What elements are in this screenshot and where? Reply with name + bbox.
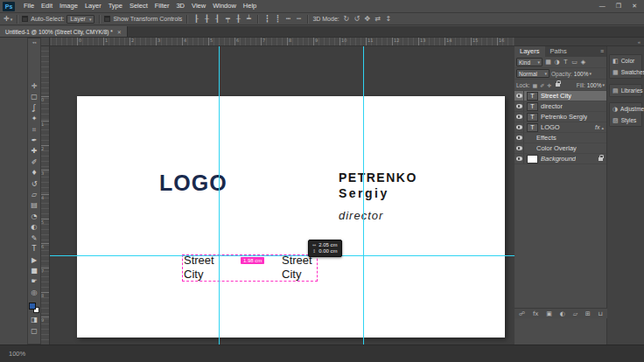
layer-row-street-city[interactable]: TStreet City bbox=[514, 91, 606, 101]
document-canvas[interactable]: LOGO PETRENKO Sergiy director Street Cit… bbox=[77, 96, 505, 338]
toolbar-collapse-icon[interactable]: ◂◂ bbox=[32, 38, 37, 45]
pen-tool[interactable]: ✎ bbox=[32, 233, 38, 244]
dodge-tool[interactable]: ◐ bbox=[32, 222, 38, 233]
current-tool-icon[interactable]: ✛▾ bbox=[4, 15, 12, 23]
name-text-upper[interactable]: PETRENKO bbox=[339, 171, 417, 184]
spot-healing-brush-tool[interactable]: ✚ bbox=[32, 146, 38, 157]
menu-file[interactable]: File bbox=[20, 0, 38, 12]
3d-roll-icon[interactable]: ↺ bbox=[353, 15, 361, 23]
layer-group-icon[interactable]: ▱ bbox=[573, 310, 578, 317]
panel-swatches[interactable]: ▦Swatches bbox=[610, 66, 641, 78]
blur-tool[interactable]: ◔ bbox=[32, 212, 38, 222]
lock-transparent-pixels-icon[interactable]: ▦ bbox=[533, 82, 538, 88]
layer-mask-icon[interactable]: ▣ bbox=[546, 310, 552, 317]
canvas-viewport[interactable]: LOGO PETRENKO Sergiy director Street Cit… bbox=[50, 46, 514, 345]
adjustment-layer-icon[interactable]: ◐ bbox=[560, 310, 565, 317]
lock-image-pixels-icon[interactable]: ✐ bbox=[540, 82, 544, 88]
tab-paths[interactable]: Paths bbox=[545, 46, 572, 57]
close-button[interactable]: ✕ bbox=[632, 3, 637, 10]
3d-rotate-icon[interactable]: ↻ bbox=[342, 15, 351, 23]
distribute-vertical-centers-icon[interactable]: ┋ bbox=[273, 15, 282, 23]
menu-image[interactable]: Image bbox=[56, 0, 81, 12]
brush-tool[interactable]: ✐ bbox=[32, 157, 38, 168]
rectangular-marquee-tool[interactable]: ▢ bbox=[31, 92, 38, 102]
guide-vertical-1[interactable] bbox=[219, 46, 220, 345]
collapse-panels-icon[interactable]: « bbox=[638, 39, 640, 45]
auto-select-checkbox[interactable] bbox=[22, 16, 28, 22]
menu-type[interactable]: Type bbox=[105, 0, 126, 12]
menu-view[interactable]: View bbox=[188, 0, 209, 12]
visibility-toggle[interactable] bbox=[514, 133, 524, 143]
history-brush-tool[interactable]: ↺ bbox=[32, 179, 38, 190]
visibility-toggle[interactable] bbox=[514, 143, 524, 153]
rectangle-tool[interactable]: ■ bbox=[31, 266, 38, 276]
fill-field[interactable]: 100%▾ bbox=[587, 82, 605, 88]
visibility-toggle[interactable] bbox=[514, 112, 524, 122]
layer-row-director[interactable]: Tdirector bbox=[514, 101, 606, 112]
quick-selection-tool[interactable]: ✦ bbox=[32, 114, 38, 124]
distribute-bottom-edges-icon[interactable]: ┅ bbox=[284, 15, 292, 23]
align-vertical-centers-icon[interactable]: ╂ bbox=[234, 15, 242, 23]
guide-vertical-2[interactable] bbox=[363, 46, 364, 345]
panel-styles[interactable]: ▨Styles bbox=[610, 115, 641, 126]
ruler-origin-corner[interactable] bbox=[41, 38, 50, 46]
blend-mode-dropdown[interactable]: Normal▾ bbox=[516, 69, 550, 78]
menu-select[interactable]: Select bbox=[126, 0, 151, 12]
layer-row-petrenko-sergiy[interactable]: TPetrenko Sergiy bbox=[514, 112, 606, 122]
zoom-level[interactable]: 100% bbox=[9, 350, 25, 358]
menu-filter[interactable]: Filter bbox=[151, 0, 173, 12]
3d-scale-icon[interactable]: ↕ bbox=[384, 15, 393, 23]
eyedropper-tool[interactable]: ✒ bbox=[32, 136, 38, 146]
lock-all-icon[interactable] bbox=[556, 83, 560, 87]
menu-window[interactable]: Window bbox=[209, 0, 240, 12]
restore-button[interactable]: ❐ bbox=[616, 3, 621, 10]
menu-edit[interactable]: Edit bbox=[38, 0, 56, 12]
zoom-tool[interactable]: ◎ bbox=[32, 288, 38, 298]
align-top-edges-icon[interactable]: ┯ bbox=[223, 15, 232, 23]
panel-adjustments[interactable]: ◑Adjustments bbox=[610, 103, 641, 115]
lasso-tool[interactable]: ʆ bbox=[33, 103, 36, 114]
hand-tool[interactable]: ☛ bbox=[31, 276, 37, 287]
distribute-top-edges-icon[interactable]: ┇ bbox=[262, 15, 271, 23]
opacity-field[interactable]: 100%▾ bbox=[574, 71, 592, 77]
filter-type-layers-icon[interactable]: T bbox=[562, 59, 570, 66]
align-right-edges-icon[interactable]: ┨ bbox=[213, 15, 221, 23]
type-tool[interactable]: T bbox=[32, 244, 37, 254]
menu-help[interactable]: Help bbox=[240, 0, 260, 12]
layer-row-effects[interactable]: Effects bbox=[514, 133, 606, 143]
lock-position-icon[interactable]: ✛ bbox=[547, 82, 551, 88]
filter-pixel-layers-icon[interactable]: ▦ bbox=[544, 59, 552, 66]
filter-adjustment-layers-icon[interactable]: ◑ bbox=[553, 59, 561, 66]
3d-drag-icon[interactable]: ✥ bbox=[363, 15, 372, 23]
clone-stamp-tool[interactable]: ♦ bbox=[31, 168, 37, 178]
3d-slide-icon[interactable]: ⇄ bbox=[374, 15, 382, 23]
visibility-toggle[interactable] bbox=[514, 91, 524, 101]
foreground-color-swatch[interactable] bbox=[29, 303, 36, 310]
layer-row-logo[interactable]: TLOGOfx▴ bbox=[514, 122, 606, 133]
menu-3d[interactable]: 3D bbox=[172, 0, 188, 12]
tab-close-icon[interactable]: ✕ bbox=[117, 29, 122, 35]
show-transform-checkbox[interactable] bbox=[104, 16, 110, 22]
logo-text[interactable]: LOGO bbox=[159, 171, 228, 196]
guide-horizontal-1[interactable] bbox=[50, 255, 514, 256]
layer-style-icon[interactable]: fx bbox=[533, 310, 539, 317]
ruler-horizontal[interactable]: 012345678910111213141516 bbox=[41, 38, 514, 46]
filter-shape-layers-icon[interactable]: ▭ bbox=[570, 59, 578, 66]
distribute-left-edges-icon[interactable]: ┉ bbox=[294, 15, 303, 23]
crop-tool[interactable]: ⌗ bbox=[32, 125, 37, 136]
panel-color[interactable]: ◧Color bbox=[610, 55, 641, 66]
menu-layer[interactable]: Layer bbox=[81, 0, 105, 12]
gradient-tool[interactable]: ▤ bbox=[31, 200, 38, 211]
visibility-toggle[interactable] bbox=[514, 154, 524, 164]
minimize-button[interactable]: — bbox=[599, 3, 606, 10]
edit-in-quick-mask-button[interactable]: ◨ bbox=[31, 315, 38, 325]
align-bottom-edges-icon[interactable]: ┷ bbox=[244, 15, 253, 23]
layer-row-color-overlay[interactable]: Color Overlay bbox=[514, 143, 606, 154]
filter-kind-dropdown[interactable]: Kind▾ bbox=[516, 58, 542, 66]
align-horizontal-centers-icon[interactable]: ╂ bbox=[202, 15, 211, 23]
align-left-edges-icon[interactable]: ┠ bbox=[192, 15, 200, 23]
layer-row-background[interactable]: Background bbox=[514, 154, 606, 164]
visibility-toggle[interactable] bbox=[514, 122, 524, 132]
filter-smart-objects-icon[interactable]: ◈ bbox=[579, 59, 587, 66]
eraser-tool[interactable]: ▱ bbox=[32, 190, 37, 200]
